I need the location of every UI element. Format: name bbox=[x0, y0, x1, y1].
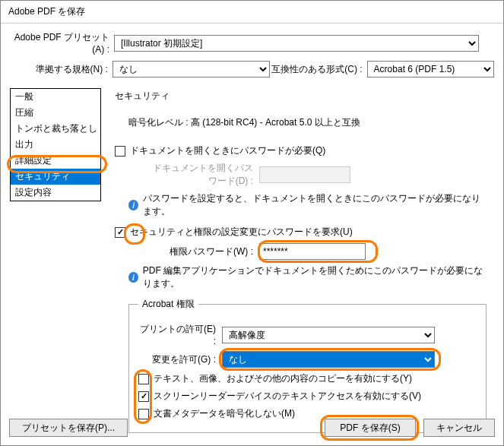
permission-password-label: セキュリティと権限の設定変更にパスワードを要求(U) bbox=[130, 226, 353, 239]
permission-password-checkbox[interactable] bbox=[115, 227, 125, 238]
preset-label: Adobe PDF プリセット(A) : bbox=[10, 31, 114, 55]
window-title: Adobe PDF を保存 bbox=[8, 5, 85, 18]
metadata-checkbox[interactable] bbox=[138, 409, 149, 419]
norm-label: 準拠する規格(N) : bbox=[10, 63, 113, 76]
sidebar-item-marks[interactable]: トンボと裁ち落とし bbox=[11, 121, 100, 137]
sidebar-item-compression[interactable]: 圧縮 bbox=[11, 105, 100, 121]
category-sidebar: 一般 圧縮 トンボと裁ち落とし 出力 詳細設定 セキュリティ 設定内容 bbox=[10, 88, 101, 201]
preset-select[interactable]: [Illustrator 初期設定] bbox=[114, 35, 479, 52]
norm-select[interactable]: なし bbox=[113, 61, 270, 77]
permission-password-input[interactable] bbox=[259, 243, 366, 260]
save-preset-button[interactable]: プリセットを保存(P)... bbox=[9, 419, 128, 437]
open-password-checkbox[interactable] bbox=[115, 146, 125, 157]
open-password-field-label: ドキュメントを開くパスワード(D) : bbox=[145, 162, 259, 188]
change-allow-label: 変更を許可(G) : bbox=[138, 353, 222, 366]
info-icon: i bbox=[128, 272, 138, 283]
copy-label: テキスト、画像、およびその他の内容のコピーを有効にする(Y) bbox=[154, 372, 412, 385]
permission-password-field-label: 権限パスワード(W) : bbox=[145, 245, 259, 258]
permission-password-info: PDF 編集アプリケーションでドキュメントを開くためにこのパスワードが必要になり… bbox=[143, 264, 487, 290]
acrobat-permissions-group: Acrobat 権限 プリントの許可(E) : 高解像度 変更を許可(G) : … bbox=[128, 298, 487, 433]
screenreader-label: スクリーンリーダーデバイスのテキストアクセスを有効にする(V) bbox=[154, 390, 421, 403]
open-password-label: ドキュメントを開くときにパスワードが必要(Q) bbox=[130, 144, 325, 157]
info-icon: i bbox=[128, 200, 138, 210]
open-password-input bbox=[259, 166, 350, 183]
print-allow-label: プリントの許可(E) : bbox=[138, 323, 222, 346]
print-allow-select[interactable]: 高解像度 bbox=[222, 327, 435, 343]
cancel-button[interactable]: キャンセル bbox=[423, 419, 495, 437]
sidebar-item-general[interactable]: 一般 bbox=[11, 89, 100, 105]
sidebar-item-summary[interactable]: 設定内容 bbox=[11, 185, 100, 201]
encryption-level: 暗号化レベル : 高 (128-bit RC4) - Acrobat 5.0 以… bbox=[128, 116, 487, 129]
open-password-info: パスワードを設定すると、ドキュメントを開くときにこのパスワードが必要になります。 bbox=[143, 192, 487, 218]
change-allow-select[interactable]: なし bbox=[222, 351, 435, 368]
sidebar-item-advanced[interactable]: 詳細設定 bbox=[11, 153, 100, 169]
save-pdf-button[interactable]: PDF を保存(S) bbox=[325, 419, 416, 437]
window-titlebar: Adobe PDF を保存 bbox=[1, 1, 503, 24]
sidebar-item-output[interactable]: 出力 bbox=[11, 137, 100, 153]
compat-select[interactable]: Acrobat 6 (PDF 1.5) bbox=[367, 61, 494, 77]
copy-checkbox[interactable] bbox=[138, 374, 149, 384]
sidebar-item-security[interactable]: セキュリティ bbox=[11, 169, 100, 185]
panel-title: セキュリティ bbox=[115, 90, 487, 103]
permissions-legend: Acrobat 権限 bbox=[138, 298, 198, 311]
compat-label: 互換性のある形式(C) : bbox=[270, 63, 367, 76]
screenreader-checkbox[interactable] bbox=[138, 391, 149, 402]
